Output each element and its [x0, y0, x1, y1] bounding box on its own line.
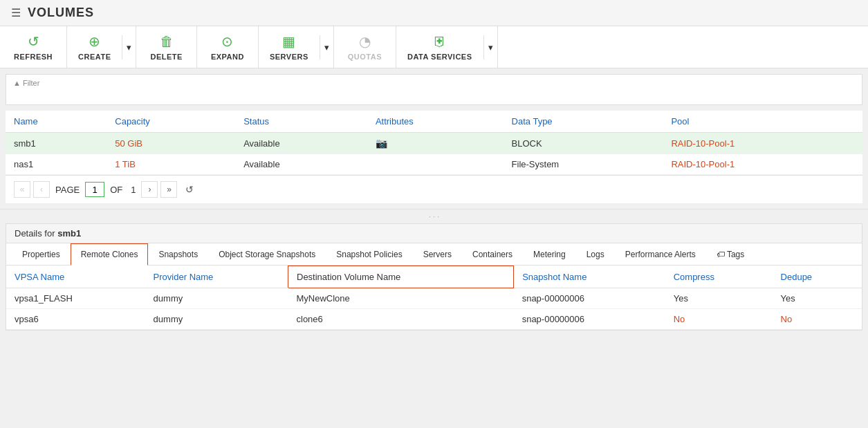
filter-label: ▲ Filter	[13, 79, 855, 87]
table-refresh-icon[interactable]: ↺	[185, 184, 194, 195]
tab-snapshots[interactable]: Snapshots	[148, 243, 208, 266]
tab-performance-alerts[interactable]: Performance Alerts	[615, 243, 706, 266]
details-header: Details for smb1	[6, 224, 862, 243]
cell-attributes	[367, 154, 504, 175]
camera-icon: 📷	[376, 138, 387, 149]
detail-col-compress: Compress	[665, 266, 773, 288]
tab-tags[interactable]: 🏷 Tags	[706, 243, 755, 266]
data-services-button[interactable]: ⛨ DATA SERVICES ▾	[396, 26, 498, 68]
detail-cell-compress: Yes	[665, 288, 773, 309]
detail-cell-vpsa: vpsa1_FLASH	[6, 288, 145, 309]
cell-capacity: 1 TiB	[107, 154, 235, 175]
details-section: Details for smb1 Properties Remote Clone…	[6, 223, 862, 331]
detail-cell-snapshot: snap-00000006	[514, 288, 665, 309]
refresh-button[interactable]: ↺ REFRESH	[0, 26, 67, 68]
cell-capacity: 50 GiB	[107, 133, 235, 154]
col-header-capacity: Capacity	[107, 111, 235, 133]
cell-attributes: 📷	[367, 133, 504, 154]
cell-name: nas1	[6, 154, 107, 175]
col-header-status: Status	[235, 111, 367, 133]
pagination: « ‹ PAGE OF 1 › » ↺	[6, 175, 862, 203]
volumes-table-container: Name Capacity Status Attributes Data Typ…	[6, 111, 862, 203]
tab-logs[interactable]: Logs	[576, 243, 615, 266]
detail-cell-destination: MyNewClone	[288, 288, 514, 309]
next-page-button[interactable]: ›	[141, 181, 158, 198]
filter-section: ▲ Filter	[6, 74, 862, 105]
detail-cell-compress: No	[665, 309, 773, 330]
last-page-button[interactable]: »	[160, 181, 177, 198]
create-button[interactable]: ⊕ CREATE ▾	[67, 26, 136, 68]
col-header-attributes: Attributes	[367, 111, 504, 133]
tab-servers[interactable]: Servers	[413, 243, 462, 266]
details-volume-name: smb1	[57, 228, 81, 239]
tab-remote-clones[interactable]: Remote Clones	[71, 243, 149, 266]
filter-input[interactable]	[13, 90, 855, 100]
table-row[interactable]: smb1 50 GiB Available 📷 BLOCK RAID-10-Po…	[6, 133, 862, 154]
servers-icon: ▦	[282, 33, 295, 50]
first-page-button[interactable]: «	[14, 181, 30, 198]
detail-col-dedupe: Dedupe	[773, 266, 862, 288]
detail-cell-vpsa: vpsa6	[6, 309, 145, 330]
cell-pool: RAID-10-Pool-1	[663, 133, 862, 154]
expand-icon: ⊙	[221, 33, 233, 50]
cell-status: Available	[235, 133, 367, 154]
detail-row[interactable]: vpsa1_FLASH dummy MyNewClone snap-000000…	[6, 288, 862, 309]
quotas-icon: ◔	[359, 33, 371, 50]
total-pages: 1	[131, 185, 136, 195]
delete-button[interactable]: 🗑 DELETE	[136, 26, 196, 68]
prev-page-button[interactable]: ‹	[33, 181, 50, 198]
detail-col-destination: Destination Volume Name	[288, 266, 514, 288]
cell-datatype: File-System	[504, 154, 663, 175]
col-header-pool: Pool	[663, 111, 862, 133]
detail-col-snapshot: Snapshot Name	[514, 266, 665, 288]
tab-containers[interactable]: Containers	[462, 243, 523, 266]
detail-cell-snapshot: snap-00000006	[514, 309, 665, 330]
col-header-name: Name	[6, 111, 107, 133]
detail-cell-destination: clone6	[288, 309, 514, 330]
create-icon: ⊕	[89, 33, 100, 50]
detail-cell-dedupe: No	[773, 309, 862, 330]
servers-arrow[interactable]: ▾	[320, 35, 333, 59]
tabs-bar: Properties Remote Clones Snapshots Objec…	[6, 243, 862, 266]
page-title: VOLUMES	[28, 6, 94, 20]
detail-cell-provider: dummy	[145, 288, 288, 309]
refresh-icon: ↺	[28, 33, 39, 50]
detail-col-vpsa: VPSA Name	[6, 266, 145, 288]
cell-pool: RAID-10-Pool-1	[663, 154, 862, 175]
detail-col-provider: Provider Name	[145, 266, 288, 288]
tab-properties[interactable]: Properties	[12, 243, 71, 266]
refresh-label: REFRESH	[14, 53, 53, 61]
cell-name: smb1	[6, 133, 107, 154]
detail-row[interactable]: vpsa6 dummy clone6 snap-00000006 No No	[6, 309, 862, 330]
delete-icon: 🗑	[160, 34, 174, 50]
data-services-arrow[interactable]: ▾	[483, 35, 497, 59]
col-header-datatype: Data Type	[504, 111, 663, 133]
expand-button[interactable]: ⊙ EXPAND	[197, 26, 259, 68]
servers-button[interactable]: ▦ SERVERS ▾	[259, 26, 334, 68]
page-header: ☰ VOLUMES	[0, 0, 868, 26]
table-row[interactable]: nas1 1 TiB Available File-System RAID-10…	[6, 154, 862, 175]
data-services-icon: ⛨	[433, 34, 447, 50]
tab-object-storage-snapshots[interactable]: Object Storage Snapshots	[208, 243, 326, 266]
toolbar: ↺ REFRESH ⊕ CREATE ▾ 🗑 DELETE ⊙ EXPAND ▦…	[0, 26, 868, 68]
detail-cell-provider: dummy	[145, 309, 288, 330]
cell-datatype: BLOCK	[504, 133, 663, 154]
of-label: OF	[110, 185, 122, 195]
page-label: PAGE	[55, 185, 80, 195]
create-arrow[interactable]: ▾	[122, 35, 136, 59]
page-input[interactable]	[85, 182, 104, 197]
cell-status: Available	[235, 154, 367, 175]
details-table: VPSA Name Provider Name Destination Volu…	[6, 266, 862, 330]
tab-metering[interactable]: Metering	[523, 243, 576, 266]
volumes-table: Name Capacity Status Attributes Data Typ…	[6, 111, 862, 175]
quotas-button: ◔ QUOTAS	[334, 26, 396, 68]
tab-snapshot-policies[interactable]: Snapshot Policies	[326, 243, 412, 266]
detail-cell-dedupe: Yes	[773, 288, 862, 309]
volumes-icon: ☰	[11, 6, 21, 19]
scroll-indicator: · · ·	[0, 209, 868, 223]
